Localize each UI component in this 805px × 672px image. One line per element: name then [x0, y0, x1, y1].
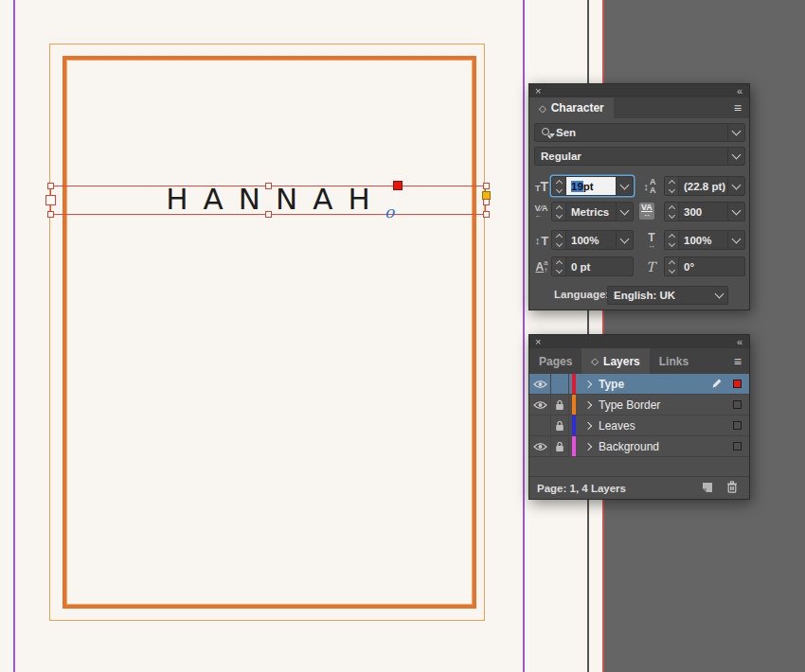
- layer-name[interactable]: Type Border: [599, 398, 660, 412]
- chevron-down-icon: [620, 205, 630, 215]
- leading-input[interactable]: (22.8 pt): [679, 177, 727, 195]
- font-search-icon: [541, 127, 552, 138]
- skew-input[interactable]: 0°: [679, 257, 744, 275]
- font-family-dropdown[interactable]: [727, 124, 744, 141]
- layer-row-background[interactable]: Background: [529, 436, 749, 457]
- handle-bottom-right[interactable]: [483, 211, 490, 218]
- baseline-shift-control[interactable]: 0 pt: [551, 256, 634, 276]
- layer-name[interactable]: Leaves: [599, 419, 635, 433]
- tab-layers[interactable]: ◇ Layers: [581, 348, 649, 374]
- tracking-stepper[interactable]: [665, 203, 679, 221]
- tab-links[interactable]: Links: [650, 348, 698, 374]
- layer-name[interactable]: Type: [599, 378, 624, 391]
- skew-stepper[interactable]: [665, 257, 679, 275]
- expand-layer-icon[interactable]: [584, 421, 592, 429]
- font-size-stepper[interactable]: [552, 177, 566, 195]
- handle-mid-left[interactable]: [45, 195, 56, 205]
- inner-border-frame[interactable]: [63, 56, 476, 609]
- panel-menu-icon[interactable]: ≡: [734, 103, 742, 113]
- character-panel: × « ◇ Character ≡ Sen Regular TT: [528, 83, 750, 310]
- panel-cycle-icon[interactable]: ◇: [539, 103, 546, 114]
- layers-tabstrip: Pages ◇ Layers Links ≡: [529, 348, 749, 374]
- font-family-field[interactable]: Sen: [534, 123, 745, 142]
- visibility-toggle[interactable]: [529, 416, 551, 435]
- baseline-shift-input[interactable]: 0 pt: [566, 257, 633, 275]
- horizontal-scale-input[interactable]: 100%: [679, 231, 727, 249]
- vertical-scale-stepper[interactable]: [552, 231, 566, 249]
- language-dropdown[interactable]: [711, 287, 727, 304]
- layer-row-type[interactable]: Type: [529, 374, 749, 395]
- language-field[interactable]: English: UK: [607, 286, 728, 305]
- tab-character[interactable]: ◇ Character: [529, 97, 614, 118]
- handle-mid-right[interactable]: [483, 199, 490, 205]
- eye-icon: [533, 442, 547, 451]
- horizontal-scale-control[interactable]: 100%: [664, 230, 745, 250]
- font-size-control[interactable]: 19 pt: [551, 176, 634, 196]
- leading-stepper[interactable]: [665, 177, 679, 195]
- font-size-dropdown[interactable]: [616, 177, 633, 195]
- lock-toggle[interactable]: [551, 416, 569, 435]
- close-icon[interactable]: ×: [535, 337, 541, 346]
- vertical-scale-control[interactable]: 100%: [551, 230, 634, 250]
- headline-text[interactable]: HANNAH: [166, 185, 385, 216]
- selection-proxy[interactable]: [733, 442, 742, 451]
- font-style-field[interactable]: Regular: [534, 147, 745, 166]
- horizontal-scale-stepper[interactable]: [665, 231, 679, 249]
- handle-bottom-center[interactable]: [265, 211, 272, 218]
- selection-proxy[interactable]: [733, 380, 742, 388]
- new-layer-button[interactable]: [701, 480, 713, 497]
- layer-row-leaves[interactable]: Leaves: [529, 416, 749, 436]
- visibility-toggle[interactable]: [529, 436, 551, 456]
- layer-color-bar: [572, 395, 576, 415]
- chevron-down-icon: [620, 180, 630, 189]
- handle-top-center[interactable]: [265, 183, 272, 189]
- handle-bottom-left[interactable]: [47, 211, 54, 218]
- text-flow-marker: o: [385, 204, 394, 221]
- chevron-down-icon: [715, 290, 724, 299]
- font-style-value: Regular: [541, 150, 581, 162]
- selection-proxy[interactable]: [733, 421, 742, 430]
- tab-pages[interactable]: Pages: [529, 348, 581, 374]
- kerning-input[interactable]: Metrics: [566, 203, 616, 221]
- vertical-scale-dropdown[interactable]: [616, 231, 633, 249]
- tracking-control[interactable]: 300: [664, 202, 745, 221]
- collapse-panel-icon[interactable]: «: [737, 86, 743, 96]
- close-icon[interactable]: ×: [535, 86, 541, 96]
- handle-top-right[interactable]: [483, 183, 490, 189]
- visibility-toggle[interactable]: [529, 374, 551, 394]
- panel-menu-icon[interactable]: ≡: [734, 357, 742, 366]
- horizontal-scale-dropdown[interactable]: [727, 231, 744, 249]
- leading-control[interactable]: (22.8 pt): [664, 176, 745, 196]
- baseline-shift-stepper[interactable]: [552, 257, 566, 275]
- handle-top-left[interactable]: [47, 183, 54, 189]
- panel-cycle-icon[interactable]: ◇: [591, 356, 599, 366]
- language-value: English: UK: [614, 290, 675, 301]
- font-style-dropdown[interactable]: [727, 148, 744, 165]
- kerning-control[interactable]: Metrics: [551, 202, 634, 221]
- expand-layer-icon[interactable]: [584, 380, 592, 387]
- skew-control[interactable]: 0°: [664, 256, 745, 276]
- font-size-input[interactable]: 19 pt: [566, 177, 616, 195]
- expand-layer-icon[interactable]: [584, 400, 592, 408]
- eye-icon: [533, 400, 547, 410]
- lock-icon: [555, 441, 564, 452]
- indesign-workspace: HANNAH o × « ◇ Character ≡ Sen: [0, 0, 805, 672]
- layer-name[interactable]: Background: [599, 440, 659, 453]
- kerning-dropdown[interactable]: [616, 203, 633, 221]
- lock-toggle[interactable]: [551, 374, 569, 394]
- lock-toggle[interactable]: [551, 436, 569, 456]
- selection-proxy[interactable]: [733, 400, 742, 409]
- expand-layer-icon[interactable]: [584, 442, 592, 450]
- kerning-icon: V∕A←: [531, 203, 551, 221]
- layer-row-type-border[interactable]: Type Border: [529, 395, 749, 416]
- lock-toggle[interactable]: [551, 395, 569, 415]
- tracking-dropdown[interactable]: [727, 203, 744, 221]
- delete-layer-button[interactable]: [726, 480, 738, 497]
- visibility-toggle[interactable]: [529, 395, 551, 415]
- kerning-stepper[interactable]: [552, 203, 566, 221]
- selected-anchor-point[interactable]: [393, 181, 402, 190]
- collapse-panel-icon[interactable]: «: [737, 337, 743, 346]
- leading-dropdown[interactable]: [727, 177, 744, 195]
- tracking-input[interactable]: 300: [679, 203, 727, 221]
- vertical-scale-input[interactable]: 100%: [566, 231, 616, 249]
